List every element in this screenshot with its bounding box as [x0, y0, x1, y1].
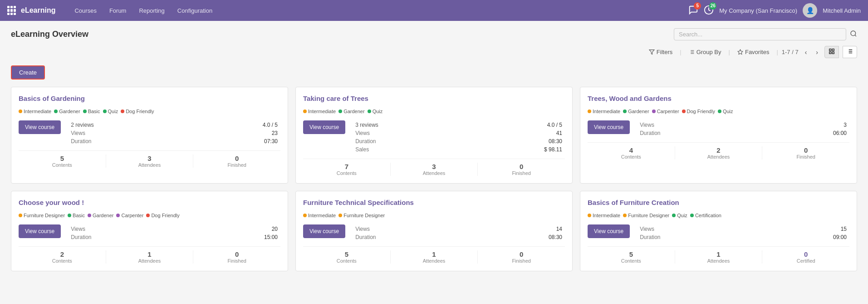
course-title: Basics of Furniture Creation [588, 199, 849, 206]
page-title: eLearning Overview [11, 30, 88, 39]
stat-label: Finished [478, 258, 565, 264]
list-view-button[interactable] [843, 46, 857, 58]
view-course-button[interactable]: View course [19, 224, 61, 238]
nav-configuration[interactable]: Configuration [172, 5, 218, 16]
tag-dot [718, 110, 721, 113]
tag: Dog Friendly [146, 213, 179, 218]
search-box [674, 28, 846, 40]
favorites-button[interactable]: Favorites [734, 47, 773, 57]
activities-icon-btn[interactable]: 26 [704, 5, 714, 16]
stat-label: Contents [19, 258, 106, 264]
stat-label: Contents [588, 154, 675, 159]
main-nav: Courses Forum Reporting Configuration [69, 5, 688, 16]
tag-label: Furniture Designer [24, 213, 65, 218]
messages-icon-btn[interactable]: 5 [688, 5, 698, 16]
apps-icon[interactable] [7, 6, 16, 15]
footer-stat-attendees: 1 Attendees [106, 250, 194, 264]
stat-number: 4 [588, 146, 675, 154]
tag-dot [623, 214, 627, 217]
svg-rect-14 [829, 52, 831, 54]
tag: Furniture Designer [19, 213, 65, 218]
nav-courses[interactable]: Courses [69, 5, 102, 16]
kanban-view-button[interactable] [824, 46, 839, 58]
card-footer: 4 Contents 2 Attendees 0 Finished [588, 142, 849, 159]
tag-label: Gardener [59, 109, 80, 114]
tag-label: Carpenter [121, 213, 143, 218]
course-card: Trees, Wood and Gardens Intermediate Gar… [580, 87, 857, 184]
tag: Quiz [718, 109, 733, 114]
page-header: eLearning Overview [11, 28, 857, 40]
course-title: Furniture Technical Specifications [303, 199, 565, 206]
course-title: Basics of Gardening [19, 95, 280, 102]
card-middle: View course Views 15 Duration 09:00 [588, 224, 849, 242]
stat-number: 1 [391, 250, 478, 258]
tag: Furniture Designer [338, 213, 385, 218]
prev-page-button[interactable]: ‹ [802, 48, 810, 57]
tag-label: Quiz [108, 109, 118, 114]
stat-label: Finished [762, 154, 849, 159]
card-middle: View course Views 14 Duration 08:30 [303, 224, 565, 242]
tag-dot [103, 110, 107, 113]
nav-reporting[interactable]: Reporting [133, 5, 170, 16]
search-icon[interactable] [850, 30, 857, 39]
activities-badge: 26 [709, 2, 716, 10]
course-title: Taking care of Trees [303, 95, 565, 102]
tag: Gardener [623, 109, 649, 114]
tag-label: Intermediate [24, 109, 51, 114]
stat-number: 0 [478, 163, 565, 170]
tag-dot [19, 110, 22, 113]
footer-stat-contents: 5 Contents [588, 250, 675, 264]
company-name[interactable]: My Company (San Francisco) [719, 7, 797, 14]
course-card: Basics of Gardening Intermediate Gardene… [11, 87, 288, 184]
tag-label: Intermediate [308, 109, 336, 114]
view-course-button[interactable]: View course [303, 224, 345, 238]
course-card: Basics of Furniture Creation Intermediat… [580, 191, 857, 271]
stat-number: 0 [193, 154, 280, 162]
course-tags: Furniture Designer Basic Gardener Carpen… [19, 213, 280, 218]
tag-dot [368, 110, 371, 113]
tag-label: Intermediate [308, 213, 336, 218]
view-course-button[interactable]: View course [19, 120, 61, 134]
stat-number: 2 [19, 250, 106, 258]
stat-number: 7 [303, 163, 390, 170]
tag-dot [19, 214, 22, 217]
next-page-button[interactable]: › [813, 48, 821, 57]
user-name[interactable]: Mitchell Admin [823, 7, 861, 14]
footer-stat-finished: 0 Finished [478, 163, 565, 176]
brand-logo[interactable]: eLearning [21, 6, 55, 15]
groupby-button[interactable]: Group By [685, 47, 725, 57]
card-footer: 5 Contents 1 Attendees 0 Certified [588, 246, 849, 264]
tag: Quiz [103, 109, 118, 114]
tag-dot [682, 110, 686, 113]
stat-label: Finished [193, 162, 280, 168]
nav-forum[interactable]: Forum [104, 5, 132, 16]
card-stats: Views 3 Duration 06:00 [637, 120, 849, 138]
tag-dot [588, 214, 591, 217]
card-middle: View course Views 20 Duration 15:00 [19, 224, 280, 242]
filters-button[interactable]: Filters [645, 47, 676, 57]
user-avatar[interactable]: 👤 [803, 3, 817, 18]
tag-dot [303, 110, 307, 113]
stat-number: 2 [675, 146, 762, 154]
tag: Certification [690, 213, 721, 218]
view-course-button[interactable]: View course [588, 224, 630, 238]
search-area [674, 28, 857, 40]
view-course-button[interactable]: View course [588, 120, 630, 134]
course-title: Choose your wood ! [19, 199, 280, 206]
toolbar: Filters | Group By | Favorites | 1-7 / 7… [11, 46, 857, 58]
footer-stat-certified: 0 Certified [762, 250, 849, 264]
footer-stat-finished: 0 Finished [478, 250, 565, 264]
tag-label: Dog Friendly [687, 109, 715, 114]
stat-number: 5 [588, 250, 675, 258]
footer-stat-contents: 7 Contents [303, 163, 391, 176]
card-footer: 7 Contents 3 Attendees 0 Finished [303, 159, 565, 176]
search-input[interactable] [679, 31, 841, 38]
tag: Carpenter [116, 213, 143, 218]
card-footer: 5 Contents 1 Attendees 0 Finished [303, 246, 565, 264]
create-button[interactable]: Create [11, 65, 45, 80]
tag: Dog Friendly [682, 109, 715, 114]
tag-dot [690, 214, 694, 217]
view-course-button[interactable]: View course [303, 120, 345, 134]
card-middle: View course 2 reviews 4.0 / 5 Views 23 [19, 120, 280, 146]
tag-dot [68, 214, 71, 217]
